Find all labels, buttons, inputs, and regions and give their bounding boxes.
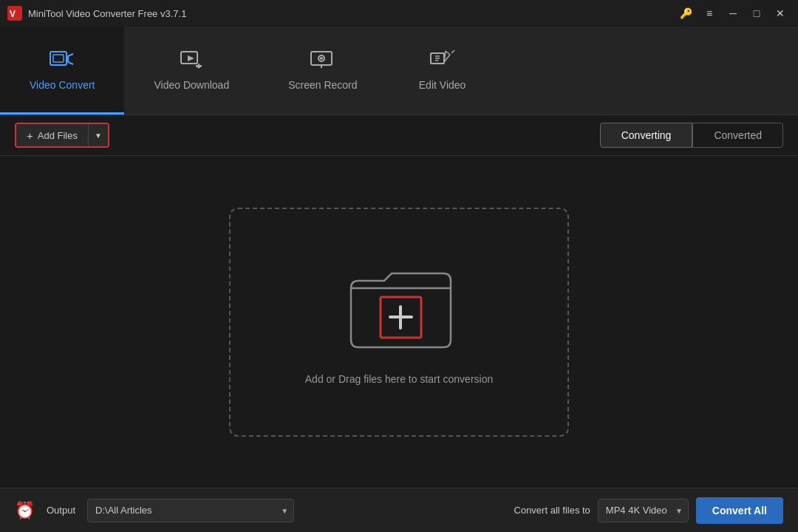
title-left: V MiniTool Video Converter Free v3.7.1 bbox=[7, 6, 186, 21]
bottom-bar: ⏰ Output D:\All Articles ▼ Convert all f… bbox=[0, 488, 798, 532]
dropdown-chevron-icon: ▼ bbox=[95, 132, 102, 140]
toolbar: + Add Files ▼ Converting Converted bbox=[0, 115, 798, 156]
output-label: Output bbox=[47, 505, 75, 516]
nav-label-screen-record: Screen Record bbox=[288, 79, 357, 91]
nav-item-video-download[interactable]: Video Download bbox=[124, 27, 259, 115]
video-convert-icon bbox=[49, 49, 75, 73]
close-button[interactable]: ✕ bbox=[770, 5, 791, 21]
svg-line-5 bbox=[68, 62, 73, 64]
menu-button[interactable]: ≡ bbox=[699, 5, 720, 21]
tab-converted-label: Converted bbox=[714, 129, 762, 141]
nav-label-edit-video: Edit Video bbox=[419, 79, 466, 91]
svg-text:V: V bbox=[10, 9, 16, 19]
drop-zone-text: Add or Drag files here to start conversi… bbox=[305, 373, 493, 385]
add-files-group: + Add Files ▼ bbox=[15, 123, 109, 148]
minimize-button[interactable]: ─ bbox=[723, 5, 743, 21]
nav-bar: Video Convert Video Download bbox=[0, 27, 798, 115]
main-content: Add or Drag files here to start conversi… bbox=[0, 156, 798, 488]
convert-all-button[interactable]: Convert All bbox=[696, 497, 783, 524]
video-download-icon bbox=[178, 49, 205, 73]
convert-all-btn-label: Convert All bbox=[712, 505, 767, 516]
output-path-wrapper: D:\All Articles ▼ bbox=[87, 499, 294, 522]
add-files-dropdown[interactable]: ▼ bbox=[88, 124, 108, 146]
title-controls: 🔑 ≡ ─ □ ✕ bbox=[675, 5, 791, 21]
maximize-icon: □ bbox=[754, 7, 760, 19]
output-path-select[interactable]: D:\All Articles bbox=[87, 499, 294, 522]
add-files-label: Add Files bbox=[38, 130, 78, 141]
key-icon: 🔑 bbox=[680, 7, 692, 19]
format-select-wrapper: MP4 4K Video MP4 1080p MP4 720p AVI MKV … bbox=[598, 499, 689, 522]
nav-label-video-convert: Video Convert bbox=[30, 79, 95, 91]
format-select[interactable]: MP4 4K Video MP4 1080p MP4 720p AVI MKV … bbox=[598, 499, 689, 522]
screen-record-icon bbox=[310, 49, 336, 73]
close-icon: ✕ bbox=[776, 7, 785, 19]
nav-item-video-convert[interactable]: Video Convert bbox=[0, 27, 124, 115]
app-title: MiniTool Video Converter Free v3.7.1 bbox=[28, 8, 186, 19]
tab-converting[interactable]: Converting bbox=[600, 123, 693, 148]
drop-zone[interactable]: Add or Drag files here to start conversi… bbox=[229, 208, 569, 437]
nav-label-video-download: Video Download bbox=[154, 79, 229, 91]
svg-marker-8 bbox=[188, 55, 194, 61]
svg-point-15 bbox=[320, 57, 323, 60]
title-bar: V MiniTool Video Converter Free v3.7.1 🔑… bbox=[0, 0, 798, 27]
folder-add-icon bbox=[336, 259, 462, 358]
edit-video-icon bbox=[429, 49, 456, 73]
add-files-button[interactable]: + Add Files bbox=[16, 124, 88, 146]
svg-line-25 bbox=[451, 50, 454, 53]
app-logo: V bbox=[7, 6, 22, 21]
nav-item-edit-video[interactable]: Edit Video bbox=[387, 27, 498, 115]
tabs-group: Converting Converted bbox=[600, 123, 783, 148]
menu-icon: ≡ bbox=[706, 7, 712, 19]
svg-line-22 bbox=[446, 51, 450, 55]
tab-converted[interactable]: Converted bbox=[692, 123, 783, 148]
convert-all-group: Convert all files to MP4 4K Video MP4 10… bbox=[514, 497, 783, 524]
nav-item-screen-record[interactable]: Screen Record bbox=[259, 27, 386, 115]
tab-converting-label: Converting bbox=[621, 129, 672, 141]
convert-all-label: Convert all files to bbox=[514, 505, 590, 516]
add-files-plus-icon: + bbox=[27, 129, 33, 142]
minimize-icon: ─ bbox=[729, 7, 737, 19]
clock-icon: ⏰ bbox=[15, 501, 35, 520]
svg-rect-3 bbox=[53, 55, 64, 62]
svg-line-4 bbox=[68, 54, 73, 56]
key-button[interactable]: 🔑 bbox=[675, 5, 696, 21]
maximize-button[interactable]: □ bbox=[746, 5, 767, 21]
